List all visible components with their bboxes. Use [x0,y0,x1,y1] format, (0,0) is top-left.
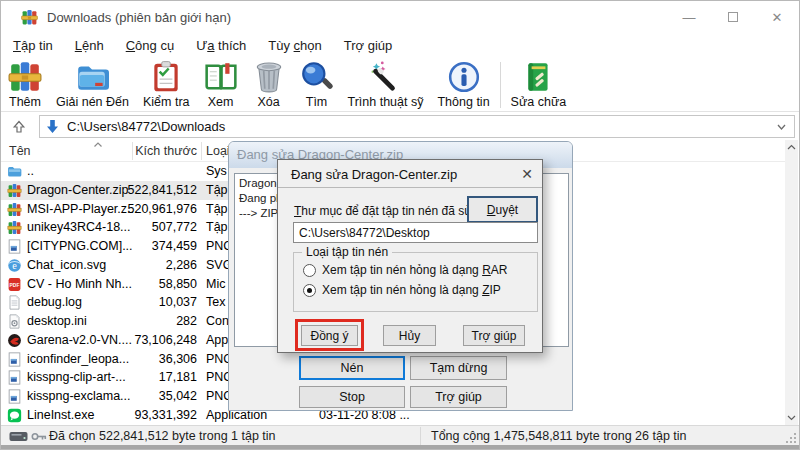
file-type: Mic [206,277,225,291]
target-folder-label: Thư mục để đặt tập tin nén đã sửa [294,204,479,218]
file-size: 58,850 [101,277,197,291]
toolbar-button-label: Xem [208,95,234,109]
toolbar-button-label: Kiểm tra [143,95,190,109]
file-type: App [206,333,228,347]
png-image-icon [7,239,22,254]
radio-treat-as-rar[interactable]: Xem tập tin nén hỏng là dạng RAR [303,263,507,277]
toolbar-button-1[interactable]: Giải nén Đến [49,60,136,109]
file-size: 10,037 [101,295,197,309]
menu-item-5[interactable]: Trợ giúp [333,34,404,57]
rar-archive-icon [7,202,22,217]
file-size: 17,181 [101,370,197,384]
column-header-name[interactable]: Tên [9,144,31,158]
file-type: Tập [206,202,228,216]
stop-button[interactable]: Stop [299,386,405,408]
up-folder-button[interactable] [6,116,32,138]
file-size: 35,042 [101,389,197,403]
svg-browser-icon: e [7,258,22,273]
cancel-button[interactable]: Hủy [383,325,436,346]
folder-down-icon [46,119,59,134]
extract-to-icon [75,60,109,94]
toolbar-button-8[interactable]: Sửa chữa [504,60,574,109]
scroll-down-icon [787,414,796,421]
toolbar-button-3[interactable]: Xem [197,60,245,109]
browse-button[interactable]: Duyệt [467,196,538,223]
background-mode-button[interactable]: Nén [299,356,405,380]
file-size: 2,286 [101,258,197,272]
radio-on-icon [303,284,316,297]
window-bottom-edge [1,445,799,450]
folder-up-icon [7,164,22,179]
address-bar: C:\Users\84772\Downloads [1,113,799,140]
rar-archive-icon [7,183,22,198]
maximize-button[interactable] [711,1,755,33]
menu-item-2[interactable]: Công cụ [115,34,185,57]
dialog-help-button[interactable]: Trợ giúp [463,325,525,346]
wizard-wand-icon [369,60,403,94]
drive-icon[interactable] [9,431,28,442]
add-archive-icon [8,60,42,94]
radio-treat-as-zip[interactable]: Xem tập tin nén hỏng là dạng ZIP [303,283,501,297]
menu-item-4[interactable]: Tùy chọn [257,34,333,57]
file-type: Tex [206,295,225,309]
pause-button[interactable]: Tạm dừng [410,356,507,380]
vertical-scrollbar[interactable] [785,140,798,425]
find-magnifier-icon [300,60,334,94]
menu-item-1[interactable]: Lệnh [64,34,115,57]
png-image-icon [7,352,22,367]
file-size: 374,459 [101,239,197,253]
winrar-window: Downloads (phiên bản giới hạn) — ✕ Tập t… [0,0,800,450]
png-image-icon [7,370,22,385]
toolbar: ThêmGiải nén ĐếnKiểm traXemXóaTìmTrình t… [1,57,799,112]
line-app-icon [7,408,22,423]
file-name: .. [27,164,34,178]
toolbar-button-4[interactable]: Xóa [245,60,293,109]
ini-file-icon [7,314,22,329]
menu-item-0[interactable]: Tập tin [2,34,64,57]
winrar-app-icon [21,9,38,26]
target-folder-input[interactable]: C:\Users\84772\Desktop [293,222,538,243]
toolbar-button-0[interactable]: Thêm [1,60,49,109]
archive-type-label: Loại tập tin nén [302,245,392,259]
file-name: desktop.ini [27,314,87,328]
column-header-type[interactable]: Loại [206,144,230,158]
minimize-button[interactable]: — [667,1,711,33]
file-size: 93,331,392 [101,408,197,422]
log-file-icon [7,295,22,310]
repair-dialog-titlebar: Đang sửa Dragon-Center.zip ✕ [278,160,542,188]
pdf-icon: PDF [7,277,22,292]
chevron-down-icon[interactable] [775,120,788,133]
address-combobox[interactable]: C:\Users\84772\Downloads [39,115,795,138]
close-button[interactable]: ✕ [755,1,799,33]
file-type: Tập [206,183,228,197]
resize-grip[interactable] [786,432,797,443]
progress-help-button[interactable]: Trợ giúp [410,386,507,408]
file-type: Con [206,314,229,328]
toolbar-button-label: Giải nén Đến [56,95,129,109]
status-bar: Đã chọn 522,841,512 byte trong 1 tập tin… [1,425,799,445]
title-bar: Downloads (phiên bản giới hạn) — ✕ [1,1,799,33]
file-size: 520,961,976 [101,202,197,216]
radio-off-icon [303,264,316,277]
file-size: 73,106,248 [101,333,197,347]
archive-type-group: Loại tập tin nén Xem tập tin nén hỏng là… [293,252,538,312]
toolbar-button-label: Sửa chữa [511,95,567,109]
info-icon [447,60,481,94]
file-type: Sys [206,164,227,178]
menu-bar: Tập tinLệnhCông cụƯa thíchTùy chọnTrợ gi… [1,33,799,57]
key-icon[interactable] [31,431,47,442]
scroll-down-button[interactable] [785,410,798,425]
view-file-icon [204,60,238,94]
file-size: 522,841,512 [101,183,197,197]
up-arrow-icon [12,120,26,134]
scroll-up-button[interactable] [785,140,798,155]
toolbar-button-7[interactable]: Thông tin [430,60,496,109]
dialog-close-button[interactable]: ✕ [521,166,533,182]
toolbar-button-5[interactable]: Tìm [293,60,341,109]
menu-item-3[interactable]: Ưa thích [185,34,257,57]
toolbar-button-6[interactable]: Trình thuật sỹ [341,60,431,109]
toolbar-button-2[interactable]: Kiểm tra [136,60,197,109]
file-name: debug.log [27,295,82,309]
file-type: Tập [206,220,228,234]
column-header-size[interactable]: Kích thước [119,144,197,158]
